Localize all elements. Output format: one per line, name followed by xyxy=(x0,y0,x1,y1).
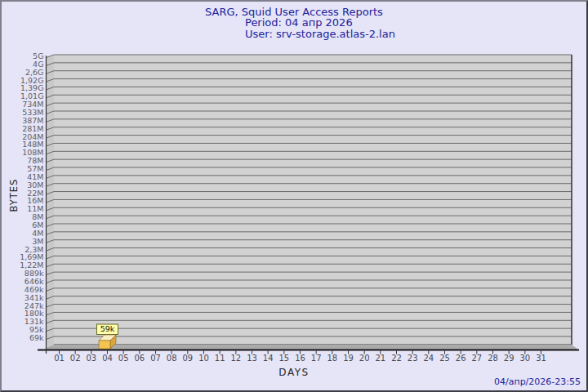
x-tick-label: 10 xyxy=(198,354,209,363)
x-tick-label: 21 xyxy=(375,354,385,363)
footer-timestamp: 04/апр/2026-23:55 xyxy=(494,376,581,387)
bar-value-label: 59k xyxy=(100,324,115,333)
x-tick-label: 01 xyxy=(54,354,65,363)
bar-front-face xyxy=(99,341,110,349)
x-tick-label: 20 xyxy=(359,354,370,363)
x-tick-label: 05 xyxy=(118,354,129,363)
x-tick-label: 17 xyxy=(311,354,322,363)
x-tick-label: 06 xyxy=(134,354,145,363)
x-tick-label: 22 xyxy=(391,354,402,363)
y-tick-label: 69k xyxy=(29,333,44,342)
x-tick-label: 12 xyxy=(230,354,241,363)
x-tick-label: 07 xyxy=(150,354,161,363)
x-tick-label: 08 xyxy=(167,354,177,363)
x-tick-label: 19 xyxy=(343,354,354,363)
x-tick-label: 15 xyxy=(278,354,289,363)
x-tick-label: 27 xyxy=(471,354,482,363)
plot-floor xyxy=(46,345,578,350)
x-tick-label: 28 xyxy=(488,354,498,363)
x-tick-label: 09 xyxy=(182,354,193,363)
x-tick-label: 31 xyxy=(536,354,546,363)
x-tick-label: 25 xyxy=(439,354,450,363)
sarg-report-window: SARG, Squid User Access Reports Period: … xyxy=(0,0,588,392)
x-tick-label: 30 xyxy=(519,354,530,363)
x-tick-label: 13 xyxy=(247,354,257,363)
x-tick-label: 02 xyxy=(70,354,81,363)
x-tick-label: 29 xyxy=(504,354,514,363)
x-tick-label: 11 xyxy=(215,354,225,363)
x-tick-label: 24 xyxy=(423,354,434,363)
x-tick-label: 23 xyxy=(408,354,418,363)
x-tick-label: 14 xyxy=(263,354,274,363)
x-tick-label: 03 xyxy=(86,354,96,363)
x-tick-label: 26 xyxy=(456,354,466,363)
x-tick-label: 04 xyxy=(102,354,113,363)
x-tick-label: 18 xyxy=(327,354,337,363)
bar-chart-canvas: 5G4G2,6G1,92G1,39G1,01G734M533M387M281M2… xyxy=(2,2,588,392)
x-tick-label: 16 xyxy=(295,354,305,363)
